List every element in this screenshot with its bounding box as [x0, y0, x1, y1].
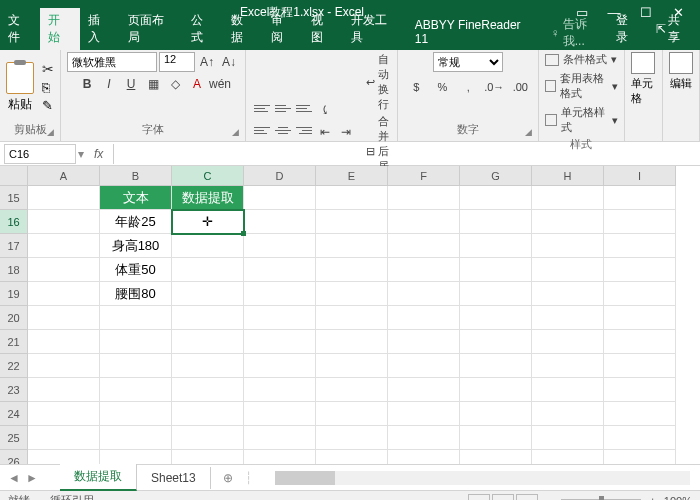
align-top-button[interactable]: [252, 100, 272, 118]
cell-G21[interactable]: [460, 330, 532, 354]
format-painter-icon[interactable]: ✎: [42, 98, 54, 113]
fill-color-button[interactable]: ◇: [165, 74, 185, 94]
cell-A21[interactable]: [28, 330, 100, 354]
cell-I16[interactable]: [604, 210, 676, 234]
cell-C17[interactable]: [172, 234, 244, 258]
sheet-prev-icon[interactable]: ◄: [8, 471, 20, 485]
cell-F26[interactable]: [388, 450, 460, 464]
cell-I15[interactable]: [604, 186, 676, 210]
cell-D21[interactable]: [244, 330, 316, 354]
cell-D26[interactable]: [244, 450, 316, 464]
cell-A19[interactable]: [28, 282, 100, 306]
cell-G15[interactable]: [460, 186, 532, 210]
cell-G26[interactable]: [460, 450, 532, 464]
cell-H19[interactable]: [532, 282, 604, 306]
align-middle-button[interactable]: [273, 100, 293, 118]
cell-D25[interactable]: [244, 426, 316, 450]
cell-D20[interactable]: [244, 306, 316, 330]
column-header-I[interactable]: I: [604, 166, 676, 186]
page-layout-view-button[interactable]: [492, 494, 514, 501]
page-break-view-button[interactable]: [516, 494, 538, 501]
row-header-19[interactable]: 19: [0, 282, 28, 306]
column-header-E[interactable]: E: [316, 166, 388, 186]
cell-I17[interactable]: [604, 234, 676, 258]
increase-indent-button[interactable]: ⇥: [336, 122, 356, 142]
cell-E17[interactable]: [316, 234, 388, 258]
tab-page-layout[interactable]: 页面布局: [120, 8, 184, 50]
cell-E16[interactable]: [316, 210, 388, 234]
cell-E22[interactable]: [316, 354, 388, 378]
wrap-text-button[interactable]: ↩自动换行: [366, 52, 391, 112]
cell-F19[interactable]: [388, 282, 460, 306]
tab-insert[interactable]: 插入: [80, 8, 120, 50]
fx-icon[interactable]: fx: [94, 147, 103, 161]
cell-I20[interactable]: [604, 306, 676, 330]
cell-H21[interactable]: [532, 330, 604, 354]
cell-H23[interactable]: [532, 378, 604, 402]
cell-D16[interactable]: [244, 210, 316, 234]
cell-H24[interactable]: [532, 402, 604, 426]
sheet-next-icon[interactable]: ►: [26, 471, 38, 485]
cell-A16[interactable]: [28, 210, 100, 234]
cell-F21[interactable]: [388, 330, 460, 354]
cell-G16[interactable]: [460, 210, 532, 234]
row-header-21[interactable]: 21: [0, 330, 28, 354]
percent-button[interactable]: %: [430, 77, 454, 97]
column-header-B[interactable]: B: [100, 166, 172, 186]
cell-B21[interactable]: [100, 330, 172, 354]
row-header-25[interactable]: 25: [0, 426, 28, 450]
font-color-button[interactable]: A: [187, 74, 207, 94]
normal-view-button[interactable]: [468, 494, 490, 501]
row-header-18[interactable]: 18: [0, 258, 28, 282]
align-left-button[interactable]: [252, 122, 272, 140]
cell-A26[interactable]: [28, 450, 100, 464]
cell-C22[interactable]: [172, 354, 244, 378]
cell-E20[interactable]: [316, 306, 388, 330]
tab-data[interactable]: 数据: [223, 8, 263, 50]
cell-F18[interactable]: [388, 258, 460, 282]
cell-D19[interactable]: [244, 282, 316, 306]
phonetic-button[interactable]: wén: [209, 74, 229, 94]
cell-A24[interactable]: [28, 402, 100, 426]
cell-C24[interactable]: [172, 402, 244, 426]
tab-formulas[interactable]: 公式: [183, 8, 223, 50]
cell-A23[interactable]: [28, 378, 100, 402]
cell-E26[interactable]: [316, 450, 388, 464]
font-name-select[interactable]: 微软雅黑: [67, 52, 157, 72]
cell-B22[interactable]: [100, 354, 172, 378]
cell-G25[interactable]: [460, 426, 532, 450]
row-header-16[interactable]: 16: [0, 210, 28, 234]
cell-I18[interactable]: [604, 258, 676, 282]
align-center-button[interactable]: [273, 122, 293, 140]
tab-review[interactable]: 审阅: [263, 8, 303, 50]
share-button[interactable]: ⇱ 共享: [648, 8, 700, 50]
cell-F25[interactable]: [388, 426, 460, 450]
cell-I26[interactable]: [604, 450, 676, 464]
cell-A17[interactable]: [28, 234, 100, 258]
tab-view[interactable]: 视图: [303, 8, 343, 50]
tab-abbyy[interactable]: ABBYY FineReader 11: [407, 14, 545, 50]
number-format-select[interactable]: 常规: [433, 52, 503, 72]
cell-C18[interactable]: [172, 258, 244, 282]
row-header-22[interactable]: 22: [0, 354, 28, 378]
cell-A15[interactable]: [28, 186, 100, 210]
increase-decimal-button[interactable]: .0→: [482, 77, 506, 97]
cell-F16[interactable]: [388, 210, 460, 234]
cell-H22[interactable]: [532, 354, 604, 378]
cell-D18[interactable]: [244, 258, 316, 282]
login-button[interactable]: 登录: [608, 8, 648, 50]
cell-E24[interactable]: [316, 402, 388, 426]
orientation-button[interactable]: ⤹: [315, 100, 335, 120]
cell-H26[interactable]: [532, 450, 604, 464]
cell-D15[interactable]: [244, 186, 316, 210]
name-box[interactable]: C16: [4, 144, 76, 164]
sheet-tab-1[interactable]: 数据提取: [60, 464, 137, 491]
cell-A22[interactable]: [28, 354, 100, 378]
decrease-indent-button[interactable]: ⇤: [315, 122, 335, 142]
scrollbar-thumb[interactable]: [275, 471, 335, 485]
number-launcher-icon[interactable]: ◢: [525, 127, 532, 137]
copy-icon[interactable]: ⎘: [42, 80, 54, 95]
add-sheet-button[interactable]: ⊕: [211, 471, 245, 485]
cell-E23[interactable]: [316, 378, 388, 402]
cell-E15[interactable]: [316, 186, 388, 210]
